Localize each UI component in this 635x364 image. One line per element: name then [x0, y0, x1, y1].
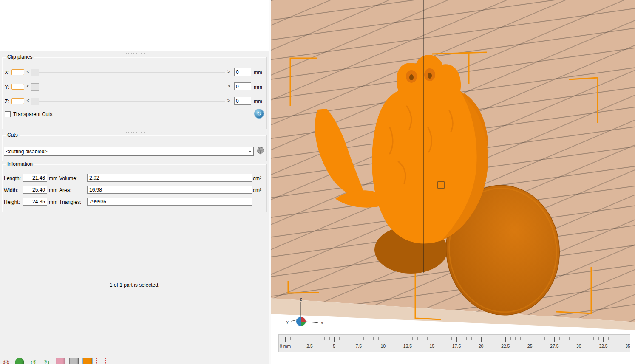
slider-right-arrow-icon[interactable]: >: [227, 98, 231, 104]
axis-label-y: y: [286, 319, 289, 324]
ruler-tick-minor: [598, 337, 599, 340]
ruler-tick-minor: [559, 337, 560, 340]
printer-icon[interactable]: [69, 358, 79, 364]
info-value-field[interactable]: [23, 198, 47, 206]
package-icon[interactable]: [56, 358, 65, 364]
ruler-tick-minor: [510, 337, 511, 340]
ruler-tick-label: 2.5: [306, 344, 313, 349]
slider-track[interactable]: [31, 72, 225, 73]
slider-left-arrow-icon[interactable]: <: [26, 83, 30, 89]
ruler-tick-label: 20: [479, 344, 484, 349]
scene-canvas[interactable]: z x y: [271, 0, 635, 364]
ruler-tick-minor: [300, 337, 300, 340]
repair-sphere-icon[interactable]: [15, 358, 24, 364]
slider-track[interactable]: [31, 101, 225, 102]
ruler-tick-label: 27.5: [550, 344, 558, 349]
axis-unit: mm: [254, 70, 262, 76]
ruler-tick-major: [285, 337, 286, 342]
slider-left-arrow-icon[interactable]: <: [26, 98, 30, 104]
rotate-left-icon[interactable]: ↺: [28, 358, 38, 364]
ruler-tick-minor: [320, 337, 320, 340]
info-value-field[interactable]: [23, 186, 47, 194]
ruler-tick-major: [530, 337, 530, 342]
slider-right-arrow-icon[interactable]: >: [227, 69, 231, 75]
cuts-dropdown-value: <cutting disabled>: [4, 149, 246, 155]
information-title: Information: [6, 161, 34, 167]
slider-right-arrow-icon[interactable]: >: [227, 83, 231, 89]
selection-cube-icon[interactable]: [96, 358, 106, 364]
slider-track[interactable]: [31, 87, 225, 87]
ruler-tick-minor: [339, 337, 340, 340]
slider-thumb[interactable]: [31, 83, 39, 91]
slider-left-arrow-icon[interactable]: <: [26, 69, 30, 75]
ruler-tick-major: [408, 337, 408, 342]
info-value-field[interactable]: [87, 186, 252, 194]
ruler-tick-minor: [412, 337, 413, 340]
ruler-tick-major: [383, 337, 383, 342]
ruler: 0 mm2.557.51012.51517.52022.52527.53032.…: [278, 334, 630, 352]
viewport-3d[interactable]: z x y 0 mm2.557.51012.51517.52022.52527.…: [271, 0, 635, 364]
ruler-tick-major: [481, 337, 482, 342]
axis-label-x: x: [321, 320, 323, 325]
ruler-tick-label: 32.5: [599, 344, 607, 349]
clip-value-input[interactable]: [234, 68, 251, 76]
ruler-tick-label: 22.5: [501, 344, 510, 349]
axis-color-box[interactable]: [11, 98, 24, 104]
info-value-field[interactable]: [87, 198, 252, 206]
panel-splitter-handle[interactable]: [0, 52, 269, 55]
ruler-tick-minor: [584, 337, 584, 340]
info-value-field[interactable]: [87, 174, 252, 182]
transparent-cuts-checkbox[interactable]: [5, 111, 11, 117]
ruler-tick-minor: [515, 337, 516, 340]
ruler-tick-minor: [496, 337, 496, 340]
info-label: Width:: [4, 187, 18, 193]
ruler-tick-minor: [373, 337, 374, 340]
ruler-tick-major: [628, 337, 628, 342]
settings-gear-icon[interactable]: ⚙: [1, 358, 11, 364]
ruler-tick-label: 25: [527, 344, 533, 349]
ruler-tick-minor: [564, 337, 564, 340]
panel-splitter-handle-2[interactable]: [0, 131, 269, 134]
ruler-tick-minor: [295, 337, 295, 340]
reset-clip-button[interactable]: ↻: [255, 109, 264, 118]
ruler-tick-major: [579, 337, 579, 342]
info-label: Triangles:: [59, 199, 81, 205]
ruler-tick-major: [456, 337, 457, 342]
ruler-tick-minor: [589, 337, 589, 340]
ruler-tick-minor: [501, 337, 501, 340]
ruler-tick-minor: [618, 337, 618, 340]
rotate-right-icon[interactable]: ↻: [42, 358, 51, 364]
information-row: Length:mmVolume:cm³: [2, 174, 266, 183]
part-icon[interactable]: [83, 358, 92, 364]
ruler-tick-minor: [593, 337, 594, 340]
axis-label-z: z: [300, 296, 302, 302]
slider-thumb[interactable]: [31, 69, 39, 76]
cuts-group: Cuts <cutting disabled>: [2, 135, 267, 161]
ruler-tick-minor: [540, 337, 540, 340]
ruler-tick-minor: [393, 337, 393, 340]
selection-status: 1 of 1 part is selected.: [0, 282, 269, 288]
clip-value-input[interactable]: [234, 97, 251, 105]
nostril-right-hole: [428, 73, 432, 79]
slider-thumb[interactable]: [31, 98, 39, 105]
information-row: Width:mmArea:cm²: [2, 186, 266, 195]
ruler-tick-minor: [447, 337, 447, 340]
clip-value-input[interactable]: [234, 82, 251, 90]
axis-color-box[interactable]: [11, 69, 24, 75]
cut-tool-icon[interactable]: [255, 145, 266, 156]
ruler-tick-major: [432, 337, 432, 342]
ruler-tick-minor: [623, 337, 623, 340]
info-label: Area:: [59, 187, 71, 193]
ruler-tick-minor: [388, 337, 388, 340]
axis-unit: mm: [254, 84, 262, 90]
nostril-left-hole: [409, 74, 414, 80]
clip-plane-row-y: Y:<>mm: [2, 83, 266, 91]
ruler-tick-minor: [476, 337, 476, 340]
axis-label: Z:: [5, 99, 9, 104]
info-value-field[interactable]: [23, 174, 47, 182]
cuts-dropdown[interactable]: <cutting disabled>: [4, 147, 254, 156]
axis-color-box[interactable]: [11, 84, 24, 90]
ruler-tick-minor: [491, 337, 491, 340]
ruler-tick-major: [554, 337, 555, 342]
chevron-down-icon[interactable]: [246, 147, 253, 155]
